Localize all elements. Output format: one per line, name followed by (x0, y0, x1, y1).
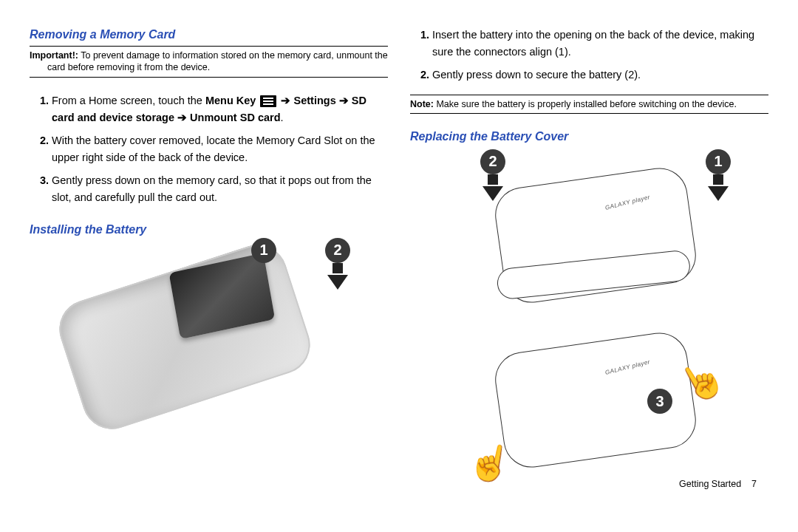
step1-settings: Settings (294, 95, 336, 106)
left-column: Removing a Memory Card Important!: To pr… (30, 22, 388, 488)
device-brand-label: GALAXY player (604, 358, 651, 376)
hand-left-icon: ☝ (465, 441, 514, 484)
note-label: Note: (410, 99, 434, 109)
step-2: With the battery cover removed, locate t… (52, 132, 388, 166)
step1-end: . (281, 112, 284, 123)
important-text: To prevent damage to information stored … (47, 50, 388, 72)
step-1: Insert the battery into the opening on t… (432, 27, 768, 61)
important-label: Important!: (30, 50, 78, 61)
device-brand-label: GALAXY player (604, 194, 651, 211)
callout-1: 1 (706, 149, 731, 174)
install-battery-steps: Insert the battery into the opening on t… (410, 27, 768, 90)
menu-key-icon (260, 95, 276, 107)
right-column: Insert the battery into the opening on t… (410, 22, 768, 488)
arrow-down-icon (488, 174, 498, 185)
step1-menu-key: Menu Key (205, 95, 256, 106)
callout-1: 1 (251, 238, 276, 263)
footer-section: Getting Started (679, 479, 741, 489)
arrow-down-icon (482, 186, 503, 201)
removing-steps: From a Home screen, touch the Menu Key ➔… (30, 92, 388, 213)
callout-2: 2 (480, 149, 505, 174)
arrow-down-icon (713, 174, 723, 185)
note-text: Make sure the battery is properly instal… (434, 99, 737, 109)
callout-2: 2 (325, 238, 350, 263)
step-2: Gently press down to secure the battery … (432, 66, 768, 83)
figure-replace-cover: GALAXY player 2 1 GALAXY player ☝ (410, 148, 768, 488)
page-footer: Getting Started 7 (679, 479, 757, 489)
manual-page: Removing a Memory Card Important!: To pr… (0, 0, 798, 502)
heading-removing-memory-card: Removing a Memory Card (30, 28, 388, 41)
step-1: From a Home screen, touch the Menu Key ➔… (52, 92, 388, 126)
device-illustration (52, 237, 318, 437)
important-note: Important!: To prevent damage to informa… (30, 46, 388, 78)
step1-unmount: Unmount SD card (190, 112, 280, 123)
arrow-icon: ➔ (278, 95, 293, 106)
arrow-down-icon (327, 275, 348, 290)
arrow-down-icon (708, 186, 729, 201)
step1-pre: From a Home screen, touch the (52, 95, 205, 106)
device-top-illustration: GALAXY player (491, 164, 699, 306)
figure-install-battery: 1 2 (30, 241, 388, 488)
heading-installing-battery: Installing the Battery (30, 223, 388, 236)
note-box: Note: Make sure the battery is properly … (410, 95, 768, 114)
arrow-icon: ➔ (174, 112, 190, 123)
step-3: Gently press down on the memory card, so… (52, 172, 388, 206)
arrow-icon: ➔ (336, 95, 352, 106)
footer-page-number: 7 (751, 479, 757, 489)
callout-3: 3 (647, 389, 672, 414)
heading-replacing-cover: Replacing the Battery Cover (410, 130, 768, 143)
arrow-down-icon (332, 263, 343, 273)
